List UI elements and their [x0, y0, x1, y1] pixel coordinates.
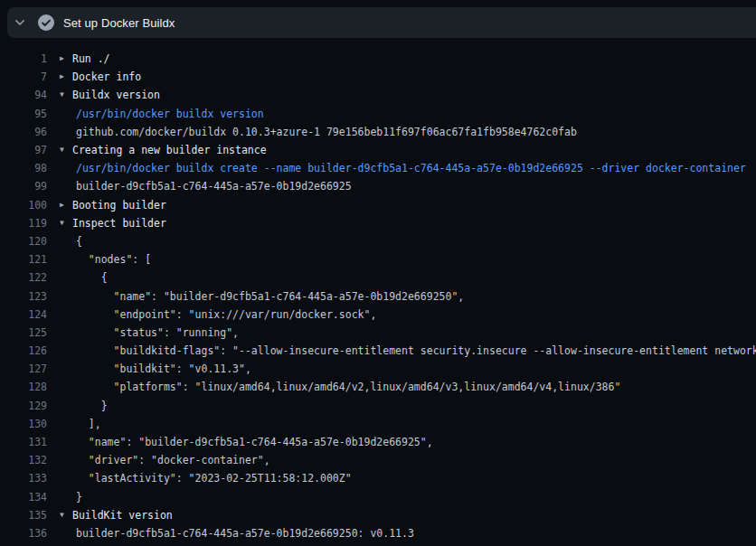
log-line-text: Booting builder	[72, 199, 166, 212]
log-line[interactable]: 7 ▶ Docker info	[0, 68, 756, 86]
line-number[interactable]: 126	[0, 344, 47, 357]
step-header[interactable]: Set up Docker Buildx	[7, 7, 756, 38]
log-line-text: }	[72, 491, 82, 504]
log-line-text: /usr/bin/docker buildx create --name bui…	[72, 162, 746, 174]
line-number[interactable]: 134	[0, 491, 47, 504]
check-circle-icon	[38, 14, 54, 31]
group-arrow-icon: ▶	[47, 55, 72, 62]
log-line-text: ],	[72, 418, 101, 430]
log-line-text: "lastActivity": "2023-02-25T11:58:12.000…	[72, 472, 352, 485]
chevron-down-icon[interactable]	[14, 16, 26, 29]
line-number[interactable]: 124	[0, 308, 47, 321]
line-number[interactable]: 119	[0, 217, 47, 230]
log-line: 127 "buildkit": "v0.11.3",	[0, 360, 756, 378]
log-line: 136 builder-d9cfb5a1-c764-445a-a57e-0b19…	[0, 524, 756, 542]
log-line: 96 github.com/docker/buildx 0.10.3+azure…	[0, 123, 756, 141]
log-line[interactable]: 100 ▶ Booting builder	[0, 196, 756, 214]
step-title: Set up Docker Buildx	[63, 16, 175, 30]
line-number[interactable]: 100	[0, 199, 47, 212]
log-line-text: builder-d9cfb5a1-c764-445a-a57e-0b19d2e6…	[72, 180, 352, 193]
group-arrow-icon: ▶	[47, 73, 72, 80]
log-line[interactable]: 135 ▼ BuildKit version	[0, 506, 756, 524]
line-number[interactable]: 98	[0, 162, 47, 174]
group-arrow-icon: ▼	[47, 512, 72, 519]
line-number[interactable]: 94	[0, 89, 47, 101]
log-line-text: {	[72, 235, 82, 248]
log-line-text: github.com/docker/buildx 0.10.3+azure-1 …	[72, 126, 577, 138]
line-number[interactable]: 97	[0, 144, 47, 156]
log-line-text: Inspect builder	[72, 217, 166, 230]
log-line: 95 /usr/bin/docker buildx version	[0, 105, 756, 123]
log-line-text: }	[72, 400, 108, 412]
log-line: 124 "endpoint": "unix:///var/run/docker.…	[0, 306, 756, 324]
log-line: 128 "platforms": "linux/amd64,linux/amd6…	[0, 378, 756, 396]
line-number[interactable]: 95	[0, 108, 47, 120]
line-number[interactable]: 132	[0, 454, 47, 466]
line-number[interactable]: 130	[0, 418, 47, 430]
log-line-text: "nodes": [	[72, 253, 151, 266]
log-line-text: builder-d9cfb5a1-c764-445a-a57e-0b19d2e6…	[72, 527, 414, 540]
log-line-text: Creating a new builder instance	[72, 144, 267, 156]
log-line-text: "name": "builder-d9cfb5a1-c764-445a-a57e…	[72, 436, 433, 448]
line-number[interactable]: 129	[0, 400, 47, 412]
log-line: 133 "lastActivity": "2023-02-25T11:58:12…	[0, 469, 756, 487]
log-line: 134 }	[0, 488, 756, 506]
log-line[interactable]: 94 ▼ Buildx version	[0, 86, 756, 104]
log-line: 132 "driver": "docker-container",	[0, 451, 756, 469]
log-line[interactable]: 1 ▶ Run ./	[0, 50, 756, 68]
log-line: 123 "name": "builder-d9cfb5a1-c764-445a-…	[0, 287, 756, 305]
log-line: 131 "name": "builder-d9cfb5a1-c764-445a-…	[0, 433, 756, 451]
log-line[interactable]: 97 ▼ Creating a new builder instance	[0, 141, 756, 159]
line-number[interactable]: 127	[0, 362, 47, 375]
log-line-text: "buildkit": "v0.11.3",	[72, 362, 251, 375]
log-line: 120 {	[0, 232, 756, 250]
log-line: 98 /usr/bin/docker buildx create --name …	[0, 159, 756, 177]
log-line: 129 }	[0, 397, 756, 415]
log-line-text: Buildx version	[72, 89, 160, 101]
group-arrow-icon: ▶	[47, 202, 72, 209]
line-number[interactable]: 131	[0, 436, 47, 448]
line-number[interactable]: 128	[0, 381, 47, 393]
line-number[interactable]: 96	[0, 126, 47, 138]
line-number[interactable]: 133	[0, 472, 47, 485]
line-number[interactable]: 99	[0, 180, 47, 193]
log-line: 126 "buildkitd-flags": "--allow-insecure…	[0, 342, 756, 360]
line-number[interactable]: 122	[0, 271, 47, 284]
log-line[interactable]: 119 ▼ Inspect builder	[0, 214, 756, 232]
log-line-text: Run ./	[72, 52, 110, 65]
line-number[interactable]: 135	[0, 509, 47, 522]
log-line: 121 "nodes": [	[0, 250, 756, 268]
log-line-text: "platforms": "linux/amd64,linux/amd64/v2…	[72, 381, 620, 393]
group-arrow-icon: ▼	[47, 91, 72, 99]
line-number[interactable]: 136	[0, 527, 47, 540]
log-line-text: "endpoint": "unix:///var/run/docker.sock…	[72, 308, 376, 321]
log-lines: 1 ▶ Run ./ 7 ▶ Docker info 94 ▼ Buildx v…	[0, 50, 756, 542]
log-line: 130 ],	[0, 415, 756, 433]
group-arrow-icon: ▼	[47, 146, 72, 154]
line-number[interactable]: 7	[0, 71, 47, 83]
log-line: 125 "status": "running",	[0, 324, 756, 342]
line-number[interactable]: 123	[0, 290, 47, 303]
log-line-text: {	[72, 271, 108, 284]
log-line: 99 builder-d9cfb5a1-c764-445a-a57e-0b19d…	[0, 177, 756, 195]
log-line-text: Docker info	[72, 71, 141, 83]
group-arrow-icon: ▼	[47, 220, 72, 227]
log-line-text: "name": "builder-d9cfb5a1-c764-445a-a57e…	[72, 290, 464, 303]
line-number[interactable]: 125	[0, 326, 47, 339]
log-line: 122 {	[0, 268, 756, 287]
line-number[interactable]: 1	[0, 52, 47, 65]
log-line-text: "buildkitd-flags": "--allow-insecure-ent…	[72, 344, 756, 357]
log-line-text: BuildKit version	[72, 509, 173, 522]
line-number[interactable]: 120	[0, 235, 47, 248]
line-number[interactable]: 121	[0, 253, 47, 266]
log-line-text: "driver": "docker-container",	[72, 454, 270, 466]
log-line-text: "status": "running",	[72, 326, 239, 339]
log-line-text: /usr/bin/docker buildx version	[72, 108, 264, 120]
